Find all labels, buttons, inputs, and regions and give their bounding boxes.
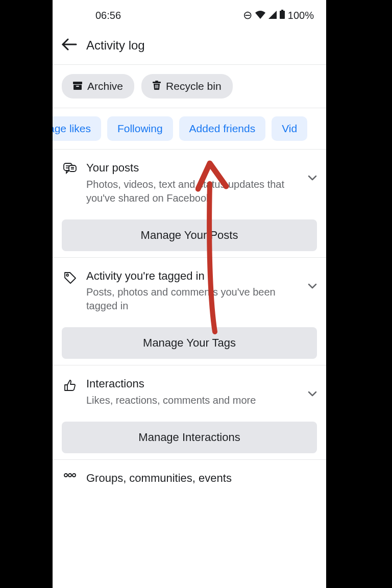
manage-interactions-button[interactable]: Manage Interactions: [62, 422, 317, 453]
page-header: Activity log: [53, 31, 326, 65]
chevron-down-icon[interactable]: [308, 269, 317, 292]
dnd-icon: ⊖: [243, 9, 252, 22]
filter-page-likes[interactable]: Page likes: [53, 116, 101, 141]
section-tagged: Activity you're tagged in Posts, photos …: [53, 258, 326, 366]
filter-added-friends[interactable]: Added friends: [179, 116, 266, 141]
svg-rect-3: [73, 82, 82, 84]
app-frame: 06:56 ⊖ 100% Activity log: [53, 0, 326, 588]
groups-icon: [62, 471, 78, 480]
section-head-posts[interactable]: Your posts Photos, videos, text and stat…: [62, 161, 317, 205]
section-head-interactions[interactable]: Interactions Likes, reactions, comments …: [62, 377, 317, 407]
svg-point-17: [66, 274, 68, 276]
svg-rect-1: [280, 11, 285, 19]
manage-tags-button[interactable]: Manage Your Tags: [62, 327, 317, 359]
battery-percent: 100%: [288, 10, 314, 21]
filter-scroll[interactable]: Page likes Following Added friends Vid: [53, 108, 326, 150]
tagged-title: Activity you're tagged in: [86, 269, 296, 284]
archive-icon: [73, 81, 82, 92]
svg-point-19: [68, 474, 71, 477]
svg-rect-14: [69, 165, 76, 172]
svg-rect-5: [76, 86, 79, 87]
posts-desc: Photos, videos, text and status updates …: [86, 178, 296, 205]
section-head-tagged[interactable]: Activity you're tagged in Posts, photos …: [62, 269, 317, 313]
chevron-down-icon[interactable]: [308, 377, 317, 400]
status-bar: 06:56 ⊖ 100%: [53, 0, 326, 31]
battery-icon: [280, 9, 285, 22]
wifi-icon: [255, 9, 265, 22]
svg-rect-7: [153, 82, 161, 83]
archive-label: Archive: [87, 80, 123, 92]
svg-point-18: [64, 474, 67, 477]
svg-rect-0: [281, 10, 283, 11]
tagged-desc: Posts, photos and comments you've been t…: [86, 285, 296, 313]
section-head-groups[interactable]: Groups, communities, events: [62, 471, 317, 486]
section-interactions: Interactions Likes, reactions, comments …: [53, 365, 326, 460]
svg-rect-10: [158, 85, 158, 88]
section-your-posts: Your posts Photos, videos, text and stat…: [53, 150, 326, 258]
back-icon[interactable]: [62, 38, 77, 53]
action-chip-row: Archive Recycle bin: [53, 65, 326, 108]
interactions-title: Interactions: [86, 377, 296, 391]
interactions-desc: Likes, reactions, comments and more: [86, 394, 296, 407]
svg-point-20: [72, 474, 76, 477]
clock: 06:56: [95, 10, 121, 21]
cellular-icon: [268, 9, 277, 22]
section-groups: Groups, communities, events: [53, 460, 326, 486]
manage-posts-button[interactable]: Manage Your Posts: [62, 219, 317, 251]
filter-following[interactable]: Following: [107, 116, 173, 141]
svg-rect-6: [155, 81, 158, 82]
groups-title: Groups, communities, events: [86, 471, 313, 486]
recycle-label: Recycle bin: [166, 80, 222, 92]
filter-videos[interactable]: Vid: [272, 116, 307, 141]
chevron-down-icon[interactable]: [308, 161, 317, 184]
posts-icon: [62, 161, 78, 175]
archive-chip[interactable]: Archive: [62, 74, 134, 99]
svg-rect-8: [155, 85, 156, 88]
trash-icon: [153, 81, 161, 92]
svg-rect-4: [74, 85, 82, 90]
like-icon: [62, 377, 78, 392]
svg-rect-9: [156, 85, 157, 88]
page-title: Activity log: [86, 38, 145, 53]
tag-icon: [62, 269, 78, 284]
recycle-chip[interactable]: Recycle bin: [141, 74, 233, 99]
posts-title: Your posts: [86, 161, 296, 176]
